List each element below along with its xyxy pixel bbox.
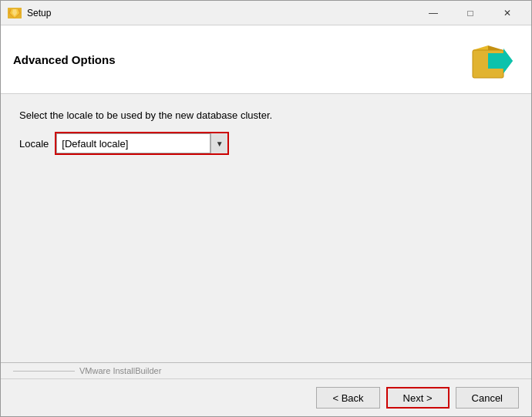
footer-buttons: < Back Next > Cancel xyxy=(1,378,531,416)
locale-dropdown-arrow[interactable]: ▼ xyxy=(210,133,227,153)
window-controls: — □ ✕ xyxy=(416,1,525,25)
description-text: Select the locale to be used by the new … xyxy=(19,109,513,121)
next-button[interactable]: Next > xyxy=(386,387,450,409)
close-button[interactable]: ✕ xyxy=(490,1,525,25)
setup-window: Setup — □ ✕ Advanced Options xyxy=(0,0,532,417)
title-bar: Setup — □ ✕ xyxy=(1,1,531,25)
header-section: Advanced Options xyxy=(1,25,531,94)
locale-label: Locale xyxy=(19,138,49,150)
app-icon xyxy=(7,5,22,21)
page-title: Advanced Options xyxy=(13,53,116,66)
footer-section: VMware InstallBuilder < Back Next > Canc… xyxy=(1,362,531,416)
window-title: Setup xyxy=(27,8,416,18)
brand-line: VMware InstallBuilder xyxy=(13,366,519,375)
cancel-button[interactable]: Cancel xyxy=(456,387,519,409)
locale-select-wrapper: [Default locale] C en_US en_GB de_DE fr_… xyxy=(55,132,229,155)
footer-brand: VMware InstallBuilder xyxy=(1,362,531,378)
locale-row: Locale [Default locale] C en_US en_GB de… xyxy=(19,132,513,155)
back-button[interactable]: < Back xyxy=(316,387,379,409)
svg-marker-8 xyxy=(488,45,503,50)
svg-marker-7 xyxy=(473,45,488,50)
brand-text: VMware InstallBuilder xyxy=(79,366,161,375)
locale-select[interactable]: [Default locale] C en_US en_GB de_DE fr_… xyxy=(56,133,210,153)
content-area: Select the locale to be used by the new … xyxy=(1,94,531,362)
maximize-button[interactable]: □ xyxy=(453,1,488,25)
installer-icon xyxy=(470,35,519,84)
minimize-button[interactable]: — xyxy=(416,1,451,25)
